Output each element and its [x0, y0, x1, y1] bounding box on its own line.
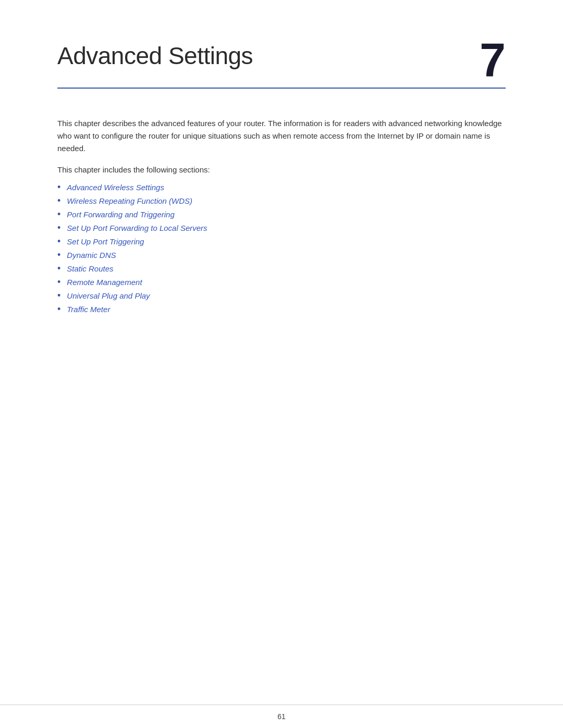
list-item: •Universal Plug and Play	[57, 291, 506, 300]
sections-intro: This chapter includes the following sect…	[57, 165, 506, 174]
list-item: •Traffic Meter	[57, 304, 506, 314]
section-link-1[interactable]: Wireless Repeating Function (WDS)	[67, 196, 192, 205]
list-item: •Remote Management	[57, 277, 506, 287]
list-item: •Port Forwarding and Triggering	[57, 209, 506, 219]
section-link-2[interactable]: Port Forwarding and Triggering	[67, 210, 174, 219]
sections-list: •Advanced Wireless Settings•Wireless Rep…	[57, 182, 506, 314]
section-link-8[interactable]: Universal Plug and Play	[67, 291, 150, 300]
bullet-icon: •	[57, 304, 60, 314]
bullet-icon: •	[57, 182, 60, 192]
intro-paragraph-1: This chapter describes the advanced feat…	[57, 117, 506, 155]
bullet-icon: •	[57, 291, 60, 300]
list-item: •Advanced Wireless Settings	[57, 182, 506, 192]
section-link-0[interactable]: Advanced Wireless Settings	[67, 183, 164, 192]
list-item: •Static Routes	[57, 264, 506, 273]
bullet-icon: •	[57, 237, 60, 246]
chapter-title: Advanced Settings	[57, 42, 253, 70]
section-link-5[interactable]: Dynamic DNS	[67, 251, 116, 260]
section-link-9[interactable]: Traffic Meter	[67, 305, 110, 314]
header-rule	[57, 88, 506, 89]
list-item: •Wireless Repeating Function (WDS)	[57, 196, 506, 205]
chapter-number: 7	[480, 36, 506, 83]
list-item: •Set Up Port Forwarding to Local Servers	[57, 223, 506, 232]
section-link-4[interactable]: Set Up Port Triggering	[67, 237, 144, 246]
bullet-icon: •	[57, 250, 60, 260]
chapter-header: Advanced Settings 7	[57, 42, 506, 83]
bullet-icon: •	[57, 277, 60, 287]
page-footer: 61	[0, 705, 563, 728]
section-link-6[interactable]: Static Routes	[67, 264, 113, 273]
bullet-icon: •	[57, 209, 60, 219]
section-link-3[interactable]: Set Up Port Forwarding to Local Servers	[67, 224, 207, 232]
section-link-7[interactable]: Remote Management	[67, 278, 142, 287]
bullet-icon: •	[57, 223, 60, 232]
page-number: 61	[277, 712, 286, 721]
bullet-icon: •	[57, 196, 60, 205]
list-item: •Dynamic DNS	[57, 250, 506, 260]
bullet-icon: •	[57, 264, 60, 273]
content-area: Advanced Settings 7 This chapter describ…	[0, 0, 563, 705]
page-container: Advanced Settings 7 This chapter describ…	[0, 0, 563, 728]
list-item: •Set Up Port Triggering	[57, 237, 506, 246]
